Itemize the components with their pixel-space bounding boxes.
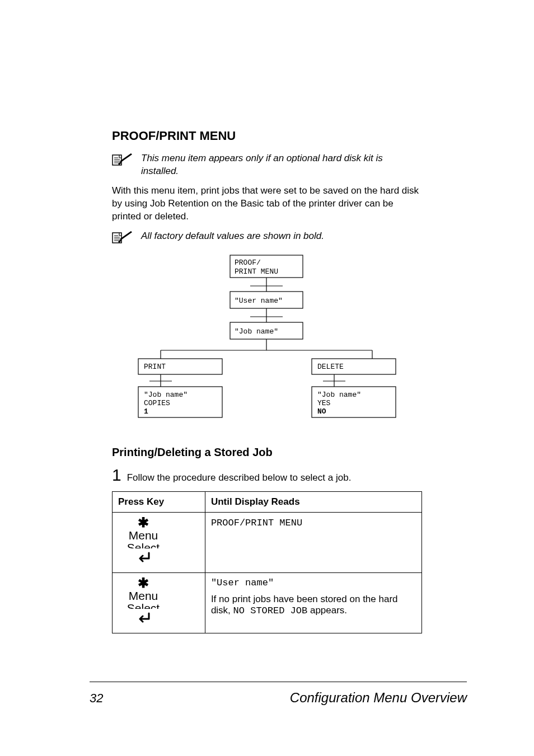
note-icon xyxy=(112,231,133,246)
page-number: 32 xyxy=(90,691,103,706)
desc-post: appears. xyxy=(307,605,347,616)
menu-diagram: .dbox { fill:none; stroke:#000; stroke-w… xyxy=(121,252,413,426)
display-text: "User name" xyxy=(211,577,416,588)
subsection-heading: Printing/Deleting a Stored Job xyxy=(112,446,422,459)
desc-code: NO STORED JOB xyxy=(233,605,308,616)
diagram-print: PRINT xyxy=(144,363,166,371)
display-text: PROOF/PRINT MENU xyxy=(211,518,302,528)
footer-rule xyxy=(90,682,467,682)
diagram-print-d1: "Job name" xyxy=(144,391,188,399)
diagram-user: "User name" xyxy=(235,297,283,305)
step-1: 1 Follow the procedure described below t… xyxy=(112,467,422,483)
menu-select-key-icon: ✱ Menu Select xyxy=(118,517,168,565)
svg-text:✱: ✱ xyxy=(138,577,149,590)
diagram-delete: DELETE xyxy=(317,363,344,371)
page-container: PROOF/PRINT MENU This menu item appears … xyxy=(0,0,534,756)
key-cell-menu-select: ✱ Menu Select xyxy=(113,572,205,633)
svg-text:Menu: Menu xyxy=(129,589,158,602)
display-cell: PROOF/PRINT MENU xyxy=(205,512,421,572)
diagram-print-d2: COPIES xyxy=(144,399,170,407)
display-description: If no print jobs have been stored on the… xyxy=(211,594,416,616)
menu-select-key-icon: ✱ Menu Select xyxy=(118,577,168,626)
note-2: All factory default values are shown in … xyxy=(112,230,422,246)
diagram-root-l2: PRINT MENU xyxy=(235,267,278,276)
step-number: 1 xyxy=(112,467,121,483)
diagram-job: "Job name" xyxy=(235,327,278,336)
note-1: This menu item appears only if an option… xyxy=(112,152,422,178)
col-press-key: Press Key xyxy=(113,491,205,512)
svg-text:✱: ✱ xyxy=(138,517,149,530)
note-2-text: All factory default values are shown in … xyxy=(141,230,324,243)
footer-title: Configuration Menu Overview xyxy=(290,690,467,706)
diagram-root-l1: PROOF/ xyxy=(235,259,261,267)
content-area: PROOF/PRINT MENU This menu item appears … xyxy=(112,129,422,633)
instruction-table: Press Key Until Display Reads ✱ Menu Sel… xyxy=(112,491,422,633)
note-icon xyxy=(112,153,133,168)
table-row: ✱ Menu Select "User name" If no print jo… xyxy=(113,572,422,633)
note-1-text: This menu item appears only if an option… xyxy=(141,152,422,178)
table-row: ✱ Menu Select xyxy=(113,512,422,572)
table-header-row: Press Key Until Display Reads xyxy=(113,491,422,512)
display-cell: "User name" If no print jobs have been s… xyxy=(205,572,421,633)
diagram-delete-d3: NO xyxy=(317,407,326,416)
step-text: Follow the procedure described below to … xyxy=(127,472,352,483)
col-display-reads: Until Display Reads xyxy=(205,491,421,512)
page-footer: 32 Configuration Menu Overview xyxy=(67,682,467,706)
body-paragraph: With this menu item, print jobs that wer… xyxy=(112,185,422,223)
diagram-delete-d1: "Job name" xyxy=(317,391,361,399)
svg-text:Menu: Menu xyxy=(129,529,158,542)
key-cell-menu-select: ✱ Menu Select xyxy=(113,512,205,572)
diagram-delete-d2: YES xyxy=(317,399,331,407)
section-heading: PROOF/PRINT MENU xyxy=(112,129,422,143)
diagram-print-d3: 1 xyxy=(144,407,148,416)
footer-row: 32 Configuration Menu Overview xyxy=(67,690,467,706)
